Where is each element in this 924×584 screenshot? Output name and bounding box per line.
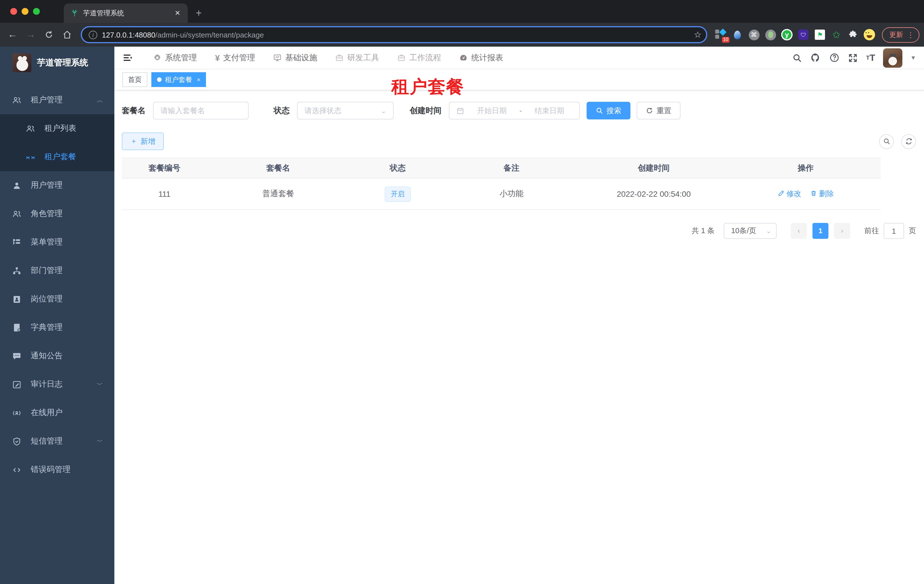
extension-flag-icon[interactable]: ⚑ bbox=[814, 29, 825, 40]
sidebar-item-dict-management[interactable]: 字典管理 bbox=[0, 313, 114, 342]
sidebar-item-role-management[interactable]: 角色管理 bbox=[0, 200, 114, 228]
add-button[interactable]: ＋ 新增 bbox=[122, 133, 164, 150]
address-bar[interactable]: i 127.0.0.1:48080/admin-ui/system/tenant… bbox=[81, 26, 707, 43]
fullscreen-icon[interactable] bbox=[848, 53, 858, 63]
search-icon[interactable] bbox=[792, 53, 802, 63]
extensions-puzzle-icon[interactable] bbox=[847, 29, 858, 40]
new-tab-button[interactable]: + bbox=[196, 7, 202, 19]
cell-actions: 修改 删除 bbox=[731, 178, 881, 209]
site-info-icon[interactable]: i bbox=[89, 30, 97, 39]
github-icon[interactable] bbox=[810, 52, 821, 63]
reset-button[interactable]: 重置 bbox=[637, 102, 680, 119]
help-icon[interactable] bbox=[829, 52, 840, 63]
show-search-icon[interactable] bbox=[879, 134, 894, 149]
topnav-devtools[interactable]: 研发工具 bbox=[328, 46, 386, 69]
search-button[interactable]: 搜索 bbox=[587, 102, 630, 119]
end-date-placeholder[interactable]: 结束日期 bbox=[526, 105, 573, 116]
sidebar-item-error-code[interactable]: 错误码管理 bbox=[0, 456, 114, 484]
browser-tabstrip: 芋道管理系统 ✕ + bbox=[0, 0, 924, 23]
tenant-submenu: 租户列表 租户套餐 bbox=[0, 114, 114, 171]
col-status: 状态 bbox=[349, 158, 446, 178]
user-avatar[interactable] bbox=[883, 48, 903, 67]
extension-icons: 10 ⌘ y 🛡 ⚑ ✩ bbox=[713, 29, 877, 40]
top-menu: 系统管理 ¥ 支付管理 基础设施 bbox=[146, 46, 510, 69]
extension-shield-icon[interactable]: 🛡 bbox=[798, 29, 809, 40]
date-range-picker[interactable]: 开始日期 - 结束日期 bbox=[449, 102, 580, 119]
sidebar-item-post-management[interactable]: 岗位管理 bbox=[0, 285, 114, 313]
col-create-time: 创建时间 bbox=[577, 158, 731, 178]
topnav-workflow[interactable]: 工作流程 bbox=[391, 46, 448, 69]
extension-datatool-icon[interactable]: 10 bbox=[715, 29, 726, 40]
page-number-1[interactable]: 1 bbox=[812, 223, 828, 239]
cell-package-name: 普通套餐 bbox=[207, 178, 349, 209]
topnav-infra[interactable]: 基础设施 bbox=[267, 46, 324, 69]
browser-menu-kebab-icon[interactable]: ⋮ bbox=[907, 30, 914, 39]
page-title-overlay: 租户套餐 bbox=[391, 75, 464, 99]
chevron-down-icon: ⌄ bbox=[766, 227, 772, 235]
topnav-pay[interactable]: ¥ 支付管理 bbox=[208, 46, 262, 69]
back-icon[interactable]: ← bbox=[5, 27, 20, 43]
peoples-icon bbox=[12, 209, 21, 219]
browser-tab[interactable]: 芋道管理系统 ✕ bbox=[64, 3, 188, 23]
delete-link[interactable]: 删除 bbox=[810, 189, 834, 198]
favicon-plant-icon bbox=[71, 9, 79, 17]
sidebar-item-notice[interactable]: 通知公告 bbox=[0, 342, 114, 370]
name-label: 套餐名 bbox=[122, 105, 146, 116]
message-icon bbox=[12, 351, 21, 361]
chevron-down-icon: ﹀ bbox=[97, 437, 103, 446]
tag-close-icon[interactable]: × bbox=[196, 76, 201, 83]
next-page-button[interactable]: › bbox=[834, 223, 850, 239]
tab-close-icon[interactable]: ✕ bbox=[173, 9, 182, 17]
profile-avatar-icon[interactable] bbox=[864, 29, 875, 40]
tag-home[interactable]: 首页 bbox=[122, 72, 147, 87]
goto-page-input[interactable] bbox=[884, 223, 904, 239]
prev-page-button[interactable]: ‹ bbox=[791, 223, 807, 239]
home-icon[interactable] bbox=[59, 27, 75, 43]
logo-rabbit-image bbox=[13, 53, 31, 72]
reload-icon[interactable] bbox=[41, 27, 57, 43]
sidebar-item-menu-management[interactable]: 菜单管理 bbox=[0, 228, 114, 257]
extension-star-icon[interactable]: ✩ bbox=[831, 29, 842, 40]
goto-page: 前往 页 bbox=[864, 223, 916, 239]
zoom-window-button[interactable] bbox=[33, 8, 40, 15]
collapse-sidebar-icon[interactable] bbox=[118, 48, 137, 67]
extension-command-icon[interactable]: ⌘ bbox=[748, 29, 759, 40]
close-window-button[interactable] bbox=[10, 8, 17, 15]
page-size-select[interactable]: 10条/页 ⌄ bbox=[724, 223, 777, 239]
topnav-report[interactable]: 统计报表 bbox=[453, 46, 510, 69]
package-name-input[interactable] bbox=[153, 102, 249, 119]
edit-link[interactable]: 修改 bbox=[777, 189, 804, 198]
sidebar-item-user-management[interactable]: 用户管理 bbox=[0, 171, 114, 200]
sidebar-item-dept-management[interactable]: 部门管理 bbox=[0, 257, 114, 285]
badge-icon bbox=[12, 294, 21, 304]
tags-view-bar: 首页 租户套餐 × bbox=[114, 69, 924, 90]
font-size-icon[interactable]: TT bbox=[866, 53, 875, 62]
sidebar-item-audit-log[interactable]: 审计日志 ﹀ bbox=[0, 370, 114, 399]
status-select[interactable]: 请选择状态 ⌄ bbox=[297, 102, 394, 119]
sidebar-item-tenant-list[interactable]: 租户列表 bbox=[0, 114, 114, 143]
extension-y-icon[interactable]: y bbox=[781, 29, 792, 40]
package-name-input-field[interactable] bbox=[160, 106, 241, 115]
log-edit-icon bbox=[12, 380, 21, 389]
extension-record-icon[interactable] bbox=[765, 29, 776, 40]
topnav-system[interactable]: 系统管理 bbox=[146, 46, 204, 69]
code-icon bbox=[12, 465, 21, 475]
refresh-table-icon[interactable] bbox=[901, 134, 916, 149]
sidebar-logo[interactable]: 芋道管理系统 bbox=[0, 47, 114, 79]
cell-package-id: 111 bbox=[122, 178, 207, 209]
sidebar-item-tenant-management[interactable]: 租户管理 ︿ bbox=[0, 86, 114, 114]
avatar-caret-down-icon[interactable]: ▼ bbox=[910, 54, 916, 61]
forward-icon[interactable]: → bbox=[23, 27, 39, 43]
sidebar-item-sms-management[interactable]: 短信管理 ﹀ bbox=[0, 427, 114, 456]
sidebar-item-tenant-package[interactable]: 租户套餐 bbox=[0, 143, 114, 171]
sidebar-item-online-users[interactable]: 在线用户 bbox=[0, 399, 114, 427]
tag-tenant-package[interactable]: 租户套餐 × bbox=[151, 72, 206, 87]
browser-update-button[interactable]: 更新 ⋮ bbox=[882, 27, 919, 42]
minimize-window-button[interactable] bbox=[21, 8, 28, 15]
start-date-placeholder[interactable]: 开始日期 bbox=[469, 105, 515, 116]
bookmark-star-icon[interactable]: ☆ bbox=[694, 30, 701, 40]
extension-gem-icon[interactable] bbox=[732, 29, 743, 40]
table-toolbar: ＋ 新增 bbox=[122, 133, 916, 150]
dashboard-icon bbox=[459, 53, 468, 62]
browser-toolbar: ← → i 127.0.0.1:48080/admin-ui/system/te… bbox=[0, 23, 924, 47]
